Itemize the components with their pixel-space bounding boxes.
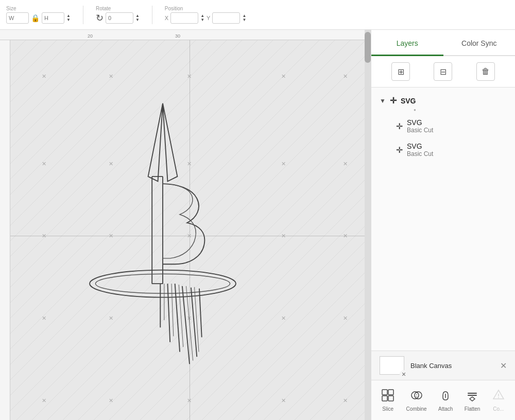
- right-panel: Layers Color Sync ⊞ ⊟ 🗑 ▼ ✛ SVG: [371, 30, 515, 420]
- x-mark: ✕: [281, 315, 286, 322]
- svg-line-17: [195, 287, 199, 352]
- size-down[interactable]: ▼: [66, 18, 71, 22]
- delete-icon: 🗑: [482, 67, 490, 76]
- child-2-sub: Basic Cut: [407, 150, 433, 157]
- svg-rect-19: [388, 390, 393, 395]
- position-x-spinner[interactable]: ▲ ▼: [200, 14, 204, 22]
- svg-line-14: [171, 284, 174, 336]
- panel-toolbar: ⊞ ⊟ 🗑: [371, 56, 515, 87]
- layer-indicator: ●: [371, 108, 515, 112]
- rockets-logo-svg: [65, 94, 261, 366]
- divider-1: [83, 6, 83, 24]
- tab-layers[interactable]: Layers: [371, 30, 443, 56]
- position-group: Position X ▲ ▼ Y ▲ ▼: [165, 6, 247, 24]
- slice-label: Slice: [382, 406, 393, 412]
- x-mark: ✕: [42, 73, 46, 80]
- pos-x-down[interactable]: ▼: [200, 18, 204, 22]
- scrollbar-thumb[interactable]: [365, 32, 371, 63]
- size-h-input[interactable]: [42, 12, 64, 24]
- x-mark: ✕: [281, 397, 286, 404]
- size-inputs: 🔒 ▲ ▼: [6, 12, 71, 24]
- co-button[interactable]: Co...: [488, 387, 509, 414]
- combine-button[interactable]: Combine: [402, 387, 431, 414]
- ruler-mark-30: 30: [175, 33, 180, 39]
- combine-label: Combine: [406, 406, 427, 412]
- x-mark: ✕: [42, 161, 46, 167]
- size-spinner[interactable]: ▲ ▼: [66, 14, 71, 22]
- group-icon: ⊟: [440, 67, 447, 77]
- rotate-input[interactable]: [106, 12, 133, 24]
- x-mark: ✕: [343, 161, 348, 167]
- flatten-icon: [466, 389, 479, 405]
- child-1-text: SVG Basic Cut: [407, 118, 433, 134]
- attach-label: Attach: [438, 406, 453, 412]
- combine-icon: [410, 389, 423, 405]
- child-1-name: SVG: [407, 118, 433, 127]
- blank-canvas-label: Blank Canvas: [410, 362, 452, 370]
- attach-button[interactable]: Attach: [434, 387, 457, 414]
- x-mark: ✕: [281, 233, 286, 239]
- svg-rect-4: [152, 177, 163, 284]
- x-mark: ✕: [343, 397, 348, 404]
- blank-canvas-thumbnail: [380, 356, 404, 375]
- panel-group-button[interactable]: ⊟: [434, 62, 452, 81]
- ruler-mark-20: 20: [88, 33, 93, 39]
- blank-canvas-row: Blank Canvas ✕: [371, 351, 515, 380]
- move-icon-child-1: ✛: [396, 121, 403, 131]
- svg-rect-21: [388, 396, 393, 401]
- svg-rect-20: [382, 396, 387, 401]
- x-mark: ✕: [343, 73, 348, 80]
- x-mark: ✕: [343, 233, 348, 239]
- lock-icon[interactable]: 🔒: [31, 14, 40, 22]
- layer-item-parent[interactable]: ▼ ✛ SVG: [371, 92, 515, 110]
- rotate-down[interactable]: ▼: [135, 18, 140, 22]
- x-mark: ✕: [281, 161, 286, 167]
- svg-line-9: [175, 284, 180, 352]
- expand-icon[interactable]: ▼: [380, 97, 386, 104]
- child-1-sub: Basic Cut: [407, 127, 433, 134]
- x-mark: ✕: [187, 73, 192, 80]
- size-w-input[interactable]: [6, 12, 29, 24]
- svg-line-10: [182, 286, 190, 364]
- blank-canvas-close[interactable]: ✕: [500, 361, 507, 371]
- rotate-inputs: ↻ ▲ ▼: [96, 12, 140, 24]
- position-x-input[interactable]: [170, 12, 198, 24]
- svg-rect-18: [382, 390, 387, 395]
- flatten-label: Flatten: [465, 406, 480, 412]
- move-icon-child-2: ✛: [396, 145, 403, 155]
- position-y-input[interactable]: [212, 12, 240, 24]
- flatten-button[interactable]: Flatten: [460, 387, 485, 414]
- ruler-top: 20 30: [0, 30, 371, 40]
- x-mark: ✕: [187, 397, 192, 404]
- slice-icon: [381, 389, 394, 405]
- co-label: Co...: [493, 406, 504, 412]
- rotate-spinner[interactable]: ▲ ▼: [135, 14, 140, 22]
- layer-item-child-2[interactable]: ✛ SVG Basic Cut: [371, 138, 515, 162]
- child-2-name: SVG: [407, 142, 433, 150]
- canvas-area[interactable]: 20 30 ✕ ✕: [0, 30, 371, 420]
- tab-color-sync[interactable]: Color Sync: [443, 30, 516, 56]
- layers-list: ▼ ✛ SVG ● ✛ SVG Basic Cut ✛ SVG: [371, 87, 515, 351]
- position-y-label: Y: [207, 15, 210, 21]
- pos-y-down[interactable]: ▼: [242, 18, 246, 22]
- work-area: ✕ ✕ ✕ ✕ ✕ ✕ ✕ ✕ ✕ ✕ ✕ ✕ ✕ ✕ ✕ ✕ ✕ ✕ ✕ ✕ …: [10, 40, 371, 420]
- panel-actions: Slice Combine: [371, 380, 515, 420]
- x-mark: ✕: [343, 315, 348, 322]
- slice-button[interactable]: Slice: [377, 387, 399, 414]
- position-y-spinner[interactable]: ▲ ▼: [242, 14, 246, 22]
- top-toolbar: Size 🔒 ▲ ▼ Rotate ↻ ▲ ▼ Position X: [0, 0, 515, 30]
- position-label: Position: [165, 6, 183, 11]
- panel-add-button[interactable]: ⊞: [391, 62, 410, 81]
- ruler-left: [0, 40, 10, 420]
- svg-point-29: [498, 397, 499, 398]
- x-mark: ✕: [42, 315, 46, 322]
- layer-item-child-1[interactable]: ✛ SVG Basic Cut: [371, 114, 515, 138]
- panel-tabs: Layers Color Sync: [371, 30, 515, 56]
- vertical-scrollbar[interactable]: [365, 30, 371, 420]
- panel-delete-button[interactable]: 🗑: [476, 62, 495, 81]
- svg-line-8: [167, 284, 170, 342]
- x-mark: ✕: [42, 397, 46, 404]
- layer-name-parent: SVG: [401, 97, 416, 105]
- x-mark: ✕: [42, 233, 46, 239]
- svg-rect-25: [468, 393, 477, 394]
